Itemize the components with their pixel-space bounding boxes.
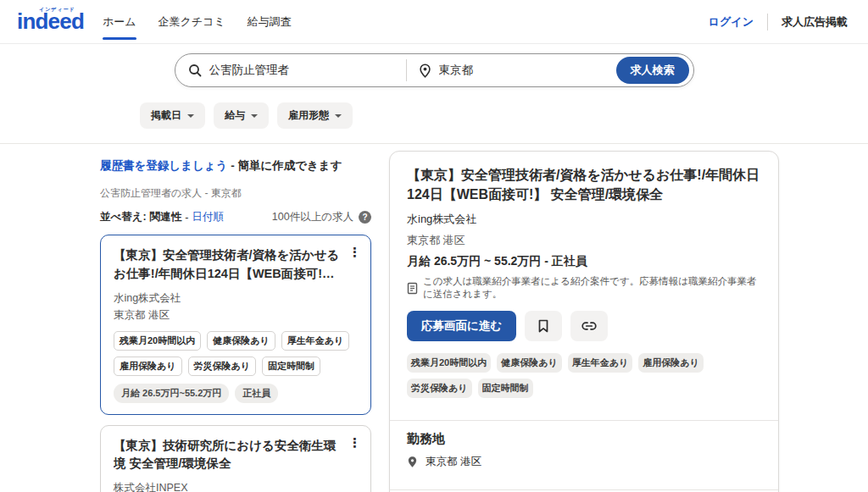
indeed-logo[interactable]: インディード indeed bbox=[17, 6, 84, 36]
resume-banner: 履歴書を登録しましょう - 簡単に作成できます bbox=[100, 158, 371, 174]
detail-tag: 残業月20時間以内 bbox=[407, 353, 491, 373]
tab-home-label: ホーム bbox=[103, 14, 136, 30]
job-attribute-tags: 残業月20時間以内 健康保険あり 厚生年金あり 雇用保険あり 労災保険あり 固定… bbox=[114, 331, 358, 376]
keyword-input[interactable] bbox=[209, 64, 403, 77]
results-count: 100件以上の求人 bbox=[272, 210, 353, 224]
detail-tag: 厚生年金あり bbox=[568, 353, 633, 373]
workplace-section: 勤務地 東京都 港区 bbox=[390, 421, 778, 478]
detail-tag: 労災保険あり bbox=[407, 379, 472, 398]
header-right: ログイン 求人広告掲載 bbox=[709, 14, 848, 30]
sort-label: 並べ替え: bbox=[100, 210, 147, 224]
top-navigation-bar: インディード indeed ホーム 企業クチコミ 給与調査 ログイン 求人広告掲… bbox=[0, 0, 868, 44]
header-divider bbox=[767, 14, 768, 30]
location-pin-icon bbox=[407, 456, 418, 468]
sort-dash: - bbox=[185, 212, 188, 224]
attribute-tag: 厚生年金あり bbox=[281, 331, 350, 351]
sort-row: 並べ替え: 関連性 - 日付順 100件以上の求人 ? bbox=[100, 210, 371, 224]
tab-salary-survey-label: 給与調査 bbox=[248, 14, 292, 30]
results-count-wrap: 100件以上の求人 ? bbox=[272, 210, 371, 224]
job-detail-card: 【東京】安全管理技術者/資格を活かせるお仕事!/年間休日124日【WEB面接可!… bbox=[389, 151, 779, 492]
workplace-value: 東京都 港区 bbox=[426, 455, 481, 469]
filter-salary-label: 給与 bbox=[225, 108, 245, 123]
post-job-link[interactable]: 求人広告掲載 bbox=[782, 14, 848, 30]
filter-salary[interactable]: 給与 bbox=[214, 102, 269, 129]
detail-actions: 応募画面に進む bbox=[407, 311, 761, 341]
resume-banner-suffix: - 簡単に作成できます bbox=[231, 159, 342, 172]
filter-employment-type-label: 雇用形態 bbox=[288, 108, 329, 123]
detail-job-title: 【東京】安全管理技術者/資格を活かせるお仕事!/年間休日124日【WEB面接可!… bbox=[407, 165, 761, 204]
link-icon bbox=[581, 321, 597, 331]
breadcrumb: 公害防止管理者の求人 - 東京都 bbox=[100, 186, 371, 201]
search-field-divider bbox=[406, 59, 407, 81]
filter-date-posted[interactable]: 掲載日 bbox=[140, 102, 205, 129]
job-location: 東京都 港区 bbox=[114, 308, 358, 323]
detail-tag: 健康保険あり bbox=[497, 353, 562, 373]
job-company: 株式会社INPEX bbox=[114, 481, 358, 492]
sort-relevance: 関連性 bbox=[150, 210, 182, 224]
document-icon bbox=[407, 282, 418, 295]
job-company: 水ing株式会社 bbox=[114, 291, 358, 306]
attribute-tag: 労災保険あり bbox=[188, 357, 257, 376]
detail-tag: 固定時間制 bbox=[478, 379, 533, 398]
location-input[interactable] bbox=[439, 64, 616, 77]
apply-button[interactable]: 応募画面に進む bbox=[407, 311, 516, 341]
attribute-tag: 健康保険あり bbox=[207, 331, 275, 351]
bookmark-button[interactable] bbox=[525, 311, 562, 341]
agency-notice: この求人は職業紹介事業者による紹介案件です。応募情報は職業紹介事業者に送信されま… bbox=[407, 275, 761, 301]
job-meta-tags: 月給 26.5万円~55.2万円 正社員 bbox=[114, 384, 358, 403]
job-title[interactable]: 【東京】安全管理技術者/資格を活かせるお仕事!/年間休日124日【WEB面接可!… bbox=[114, 246, 358, 284]
logo-furigana: インディード bbox=[39, 6, 75, 14]
results-column: 履歴書を登録しましょう - 簡単に作成できます 公害防止管理者の求人 - 東京都… bbox=[100, 144, 371, 492]
attribute-tag: 残業月20時間以内 bbox=[114, 331, 201, 351]
detail-salary: 月給 26.5万円 ~ 55.2万円 - 正社員 bbox=[407, 254, 761, 269]
login-link[interactable]: ログイン bbox=[709, 14, 754, 30]
detail-location: 東京都 港区 bbox=[407, 233, 761, 248]
register-resume-link[interactable]: 履歴書を登録しましょう bbox=[100, 159, 227, 172]
filter-date-posted-label: 掲載日 bbox=[151, 108, 181, 123]
employment-type-tag: 正社員 bbox=[235, 384, 278, 403]
chevron-down-icon bbox=[335, 114, 342, 118]
job-detail-column: 【東京】安全管理技術者/資格を活かせるお仕事!/年間休日124日【WEB面接可!… bbox=[389, 144, 779, 492]
job-title[interactable]: 【東京】技術研究所における安全衛生環境 安全管理/環境保全 bbox=[114, 437, 358, 474]
tab-company-reviews-label: 企業クチコミ bbox=[159, 14, 225, 30]
location-pin-icon bbox=[419, 64, 431, 78]
main-content: 履歴書を登録しましょう - 簡単に作成できます 公害防止管理者の求人 - 東京都… bbox=[0, 144, 868, 492]
kebab-menu-icon[interactable]: ⋮ bbox=[348, 436, 361, 449]
attribute-tag: 雇用保険あり bbox=[114, 357, 182, 376]
filter-employment-type[interactable]: 雇用形態 bbox=[277, 102, 353, 129]
attribute-tag: 固定時間制 bbox=[262, 357, 320, 376]
filter-row: 掲載日 給与 雇用形態 bbox=[140, 102, 868, 129]
sort-by-date-link[interactable]: 日付順 bbox=[192, 210, 224, 224]
search-jobs-button[interactable]: 求人検索 bbox=[616, 57, 689, 84]
agency-notice-text: この求人は職業紹介事業者による紹介案件です。応募情報は職業紹介事業者に送信されま… bbox=[423, 275, 761, 301]
kebab-menu-icon[interactable]: ⋮ bbox=[348, 246, 361, 258]
bookmark-icon bbox=[537, 319, 549, 333]
salary-tag: 月給 26.5万円~55.2万円 bbox=[114, 384, 229, 403]
workplace-row: 東京都 港区 bbox=[407, 455, 761, 469]
help-icon[interactable]: ? bbox=[359, 211, 371, 224]
copy-link-button[interactable] bbox=[570, 311, 608, 341]
tab-salary-survey[interactable]: 給与調査 bbox=[248, 0, 292, 44]
job-search-bar: 求人検索 bbox=[175, 53, 694, 87]
detail-tags: 残業月20時間以内 健康保険あり 厚生年金あり 雇用保険あり 労災保険あり 固定… bbox=[407, 353, 761, 398]
tab-home[interactable]: ホーム bbox=[103, 0, 136, 44]
primary-nav: ホーム 企業クチコミ 給与調査 bbox=[103, 0, 292, 44]
job-detail-main: 【東京】安全管理技術者/資格を活かせるお仕事!/年間休日124日【WEB面接可!… bbox=[390, 152, 778, 409]
chevron-down-icon bbox=[187, 114, 194, 118]
workplace-heading: 勤務地 bbox=[407, 431, 761, 447]
chevron-down-icon bbox=[251, 114, 258, 118]
detail-company[interactable]: 水ing株式会社 bbox=[407, 212, 761, 227]
job-card-1[interactable]: ⋮ 【東京】安全管理技術者/資格を活かせるお仕事!/年間休日124日【WEB面接… bbox=[100, 235, 371, 415]
job-card-2[interactable]: ⋮ 【東京】技術研究所における安全衛生環境 安全管理/環境保全 株式会社INPE… bbox=[100, 425, 371, 492]
search-icon bbox=[188, 64, 202, 77]
detail-tag: 雇用保険あり bbox=[638, 353, 704, 373]
tab-company-reviews[interactable]: 企業クチコミ bbox=[159, 0, 225, 44]
